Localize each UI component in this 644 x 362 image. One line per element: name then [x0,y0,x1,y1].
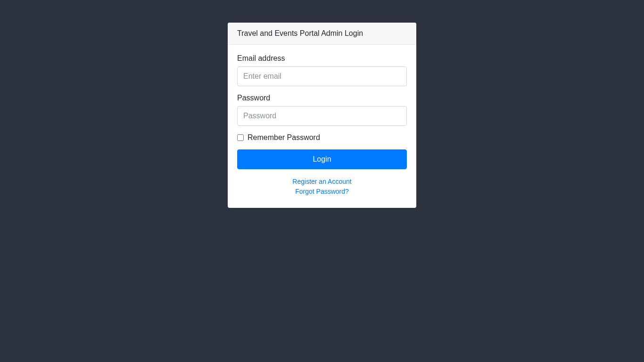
remember-check-group: Remember Password [237,133,407,142]
password-form-group: Password [237,94,407,126]
email-input[interactable] [237,66,407,86]
links-container: Register an Account Forgot Password? [237,177,407,197]
password-input[interactable] [237,106,407,126]
password-label: Password [237,94,407,102]
login-container: Travel and Events Portal Admin Login Ema… [0,0,644,208]
login-card: Travel and Events Portal Admin Login Ema… [228,23,416,208]
card-title: Travel and Events Portal Admin Login [237,29,363,37]
login-button[interactable]: Login [237,149,407,169]
email-form-group: Email address [237,54,407,86]
forgot-password-link[interactable]: Forgot Password? [237,187,407,197]
remember-checkbox[interactable] [237,134,244,141]
card-header: Travel and Events Portal Admin Login [228,23,416,45]
register-link[interactable]: Register an Account [237,177,407,187]
email-label: Email address [237,54,407,63]
card-body: Email address Password Remember Password… [228,45,416,208]
remember-label[interactable]: Remember Password [248,133,320,142]
